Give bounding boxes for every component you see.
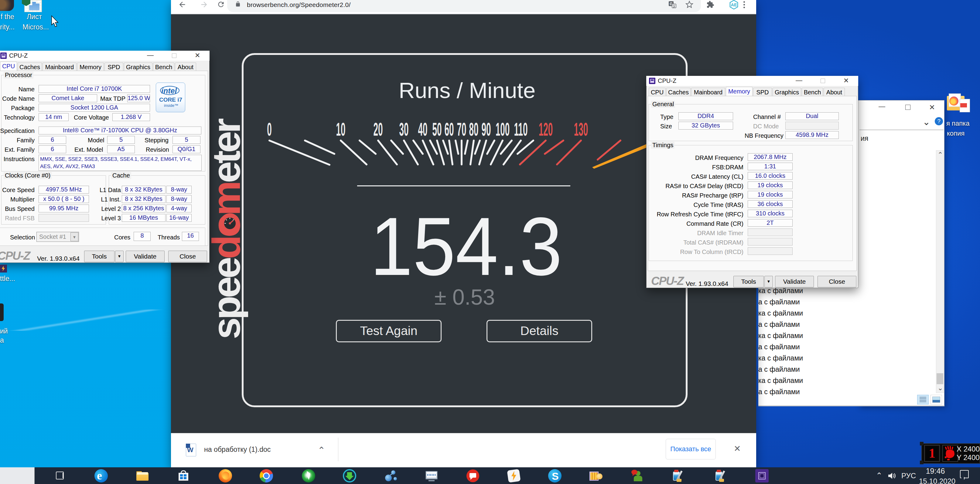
svg-text:60: 60 — [444, 118, 454, 140]
svg-text:0: 0 — [267, 118, 272, 140]
svg-text:80: 80 — [469, 118, 478, 140]
svg-text:50: 50 — [432, 118, 442, 140]
svg-text:30: 30 — [399, 118, 409, 140]
svg-text:110: 110 — [514, 118, 528, 140]
svg-text:70: 70 — [457, 118, 466, 140]
svg-text:10: 10 — [336, 118, 345, 140]
svg-text:100: 100 — [496, 118, 510, 140]
svg-text:40: 40 — [418, 118, 427, 140]
svg-text:20: 20 — [373, 118, 383, 140]
svg-text:90: 90 — [481, 118, 491, 140]
svg-text:120: 120 — [539, 118, 553, 140]
svg-text:130: 130 — [574, 118, 588, 140]
